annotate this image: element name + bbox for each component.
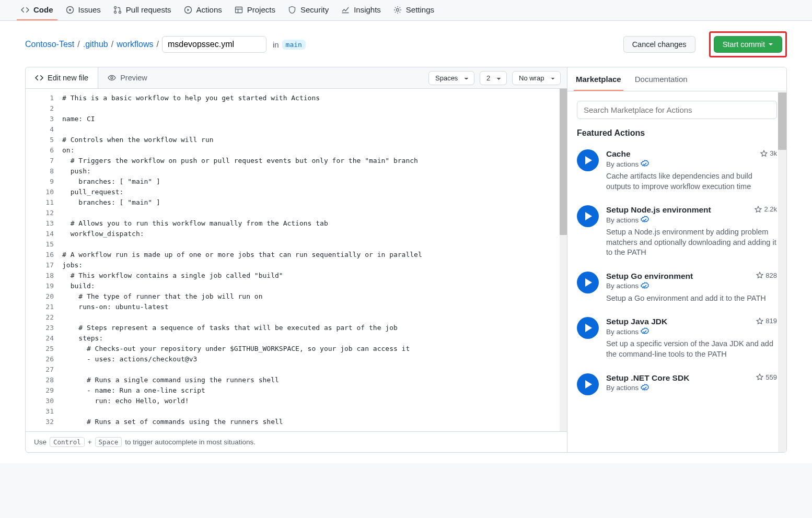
breadcrumb-repo[interactable]: Contoso-Test <box>25 40 74 49</box>
play-icon <box>577 205 599 227</box>
caret-down-icon <box>768 42 773 47</box>
action-card[interactable]: Setup Java JDK819By actions Set up a spe… <box>577 312 777 368</box>
action-title: Setup .NET Core SDK <box>606 373 689 383</box>
action-desc: Setup a Go environment and add it to the… <box>606 293 777 304</box>
footer-post: to trigger autocomplete in most situatio… <box>125 438 256 446</box>
action-desc: Cache artifacts like dependencies and bu… <box>606 171 777 192</box>
side-tab-docs[interactable]: Documentation <box>633 67 690 91</box>
tab-preview-label: Preview <box>120 74 147 82</box>
sidebar-scrollbar[interactable] <box>778 92 786 452</box>
issue-icon <box>66 6 74 14</box>
nav-label: Pull requests <box>126 5 171 14</box>
verified-icon <box>641 282 649 290</box>
breadcrumb-folder2[interactable]: workflows <box>117 40 153 49</box>
nav-issues[interactable]: Issues <box>62 0 105 20</box>
filename-input[interactable] <box>162 36 266 53</box>
indent-size-select[interactable]: 2 <box>480 71 507 85</box>
editor-hint: Use Control + Space to trigger autocompl… <box>26 431 567 452</box>
nav-label: Settings <box>406 5 434 14</box>
action-stars[interactable]: 559 <box>756 373 777 381</box>
action-stars[interactable]: 819 <box>756 317 777 325</box>
verified-icon <box>641 327 649 336</box>
play-icon <box>577 272 599 293</box>
action-card[interactable]: Cache3kBy actions Cache artifacts like d… <box>577 144 777 200</box>
nav-pr[interactable]: Pull requests <box>109 0 176 20</box>
code-icon <box>21 6 29 14</box>
in-text: in <box>273 40 279 49</box>
start-commit-button[interactable]: Start commit <box>714 36 782 53</box>
star-icon <box>756 272 763 279</box>
action-author: By actions <box>606 282 777 290</box>
line-gutter: 1234567891011121314151617181920212223242… <box>26 89 62 431</box>
action-author: By actions <box>606 216 777 224</box>
action-stars[interactable]: 828 <box>756 272 777 279</box>
footer-plus: + <box>88 438 92 446</box>
svg-point-3 <box>114 11 116 13</box>
tab-edit-file[interactable]: Edit new file <box>26 67 98 88</box>
nav-code[interactable]: Code <box>17 0 57 20</box>
gear-icon <box>393 6 402 14</box>
action-card[interactable]: Setup Go environment828By actions Setup … <box>577 266 777 312</box>
play-icon <box>577 149 599 171</box>
pr-icon <box>113 6 122 14</box>
star-icon <box>756 373 763 381</box>
action-card[interactable]: Setup .NET Core SDK559By actions <box>577 368 777 404</box>
nav-label: Security <box>300 5 329 14</box>
wrap-mode-select[interactable]: No wrap <box>512 71 561 85</box>
kbd-space: Space <box>95 437 122 447</box>
star-icon <box>760 150 768 157</box>
breadcrumb-folder1[interactable]: .github <box>83 40 108 49</box>
action-card[interactable]: Setup Node.js environment2.2kBy actions … <box>577 200 777 266</box>
shield-icon <box>288 6 296 14</box>
nav-label: Actions <box>196 5 222 14</box>
marketplace-search-input[interactable] <box>577 101 777 119</box>
start-commit-label: Start commit <box>723 40 765 49</box>
verified-icon <box>641 384 649 392</box>
action-author: By actions <box>606 384 777 392</box>
editor-scrollbar[interactable] <box>560 89 567 431</box>
nav-insights[interactable]: Insights <box>337 0 385 20</box>
side-tab-marketplace[interactable]: Marketplace <box>574 67 623 91</box>
star-icon <box>755 206 762 213</box>
file-path-row: Contoso-Test / .github / workflows / in … <box>25 31 787 57</box>
code-icon <box>35 74 43 82</box>
svg-rect-6 <box>235 7 242 13</box>
branch-badge[interactable]: main <box>282 40 306 50</box>
svg-point-7 <box>396 8 399 11</box>
svg-point-8 <box>111 77 113 79</box>
nav-security[interactable]: Security <box>284 0 333 20</box>
path-sep: / <box>77 40 79 49</box>
nav-label: Insights <box>354 5 381 14</box>
star-icon <box>756 317 763 325</box>
action-title: Setup Node.js environment <box>606 205 711 215</box>
cancel-button[interactable]: Cancel changes <box>623 36 695 53</box>
nav-projects[interactable]: Projects <box>230 0 280 20</box>
play-icon <box>577 373 599 395</box>
path-sep: / <box>111 40 113 49</box>
path-sep: / <box>156 40 158 49</box>
svg-point-1 <box>69 9 71 11</box>
nav-label: Code <box>33 5 53 14</box>
action-title: Setup Go environment <box>606 272 693 281</box>
action-stars[interactable]: 2.2k <box>755 205 777 213</box>
action-stars[interactable]: 3k <box>760 149 777 157</box>
action-title: Cache <box>606 149 631 159</box>
nav-settings[interactable]: Settings <box>389 0 438 20</box>
nav-label: Projects <box>247 5 275 14</box>
tab-preview[interactable]: Preview <box>98 67 157 88</box>
svg-point-2 <box>114 6 116 8</box>
svg-point-4 <box>119 11 121 13</box>
indent-mode-select[interactable]: Spaces <box>428 71 474 85</box>
eye-icon <box>108 74 116 82</box>
play-icon <box>184 6 192 14</box>
play-icon <box>577 317 599 339</box>
action-desc: Setup a Node.js environment by adding pr… <box>606 227 777 258</box>
action-author: By actions <box>606 160 777 168</box>
table-icon <box>235 6 243 14</box>
action-title: Setup Java JDK <box>606 317 667 326</box>
code-editor[interactable]: # This is a basic workflow to help you g… <box>62 89 560 431</box>
action-desc: Set up a specific version of the Java JD… <box>606 339 777 359</box>
featured-heading: Featured Actions <box>577 128 777 138</box>
action-author: By actions <box>606 327 777 336</box>
nav-actions[interactable]: Actions <box>180 0 226 20</box>
